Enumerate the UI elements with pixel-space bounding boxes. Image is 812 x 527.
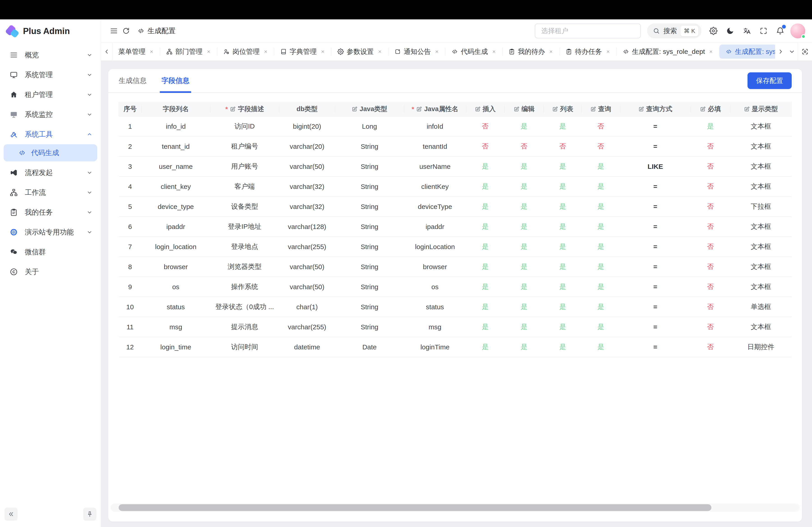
tab-代码生成[interactable]: 代码生成 — [446, 45, 502, 59]
cell-java_prop[interactable]: status — [404, 297, 466, 317]
close-tab-icon[interactable] — [263, 49, 268, 54]
sidebar-collapse-button[interactable] — [4, 508, 18, 521]
cell-display[interactable]: 文本框 — [730, 177, 792, 197]
tab-生成配置: sys_role_dept[interactable]: 生成配置: sys_role_dept — [617, 45, 719, 59]
cell-query_mode[interactable]: = — [620, 277, 691, 297]
cell-query[interactable]: 是 — [581, 177, 620, 197]
cell-edit[interactable]: 是 — [504, 337, 543, 357]
cell-desc[interactable]: 访问时间 — [210, 337, 279, 357]
cell-required[interactable]: 否 — [691, 297, 730, 317]
tab-参数设置[interactable]: 参数设置 — [331, 45, 388, 59]
cell-query_mode[interactable]: = — [620, 177, 691, 197]
content-maximize-button[interactable] — [798, 43, 812, 61]
cell-list[interactable]: 是 — [543, 116, 581, 136]
cell-display[interactable]: 文本框 — [730, 116, 792, 136]
cell-desc[interactable]: 设备类型 — [210, 197, 279, 216]
cell-display[interactable]: 日期控件 — [730, 337, 792, 357]
cell-query[interactable]: 是 — [581, 277, 620, 297]
cell-java_prop[interactable]: clientKey — [404, 177, 466, 197]
cell-java_type[interactable]: String — [335, 136, 404, 156]
cell-insert[interactable]: 是 — [466, 197, 504, 216]
cell-java_prop[interactable]: infoId — [404, 116, 466, 136]
cell-list[interactable]: 是 — [543, 277, 581, 297]
cell-query[interactable]: 是 — [581, 317, 620, 337]
cell-insert[interactable]: 是 — [466, 277, 504, 297]
cell-edit[interactable]: 是 — [504, 297, 543, 317]
cell-required[interactable]: 否 — [691, 337, 730, 357]
cell-required[interactable]: 否 — [691, 197, 730, 216]
tab-字典管理[interactable]: 字典管理 — [274, 45, 331, 59]
tenant-select-input[interactable] — [535, 24, 641, 38]
close-tab-icon[interactable] — [378, 49, 382, 54]
cell-query_mode[interactable]: = — [620, 337, 691, 357]
tab-生成配置: sys_lo[interactable]: 生成配置: sys_lo — [720, 45, 775, 59]
cell-insert[interactable]: 是 — [466, 216, 504, 237]
tab-岗位管理[interactable]: 岗位管理 — [217, 45, 274, 59]
refresh-button[interactable] — [120, 25, 132, 37]
cell-insert[interactable]: 否 — [466, 116, 504, 136]
sidebar-item-系统管理[interactable]: 系统管理 — [4, 65, 97, 85]
sidebar-item-工作流[interactable]: 工作流 — [4, 183, 97, 202]
cell-display[interactable]: 文本框 — [730, 136, 792, 156]
cell-query_mode[interactable]: = — [620, 116, 691, 136]
cell-java_prop[interactable]: tenantId — [404, 136, 466, 156]
cell-display[interactable]: 下拉框 — [730, 197, 792, 216]
cell-edit[interactable]: 是 — [504, 277, 543, 297]
cell-edit[interactable]: 否 — [504, 136, 543, 156]
language-button[interactable] — [740, 24, 754, 38]
tab-我的待办[interactable]: 我的待办 — [503, 45, 560, 59]
cell-list[interactable]: 是 — [543, 156, 581, 177]
cell-list[interactable]: 是 — [543, 197, 581, 216]
cell-edit[interactable]: 是 — [504, 156, 543, 177]
fullscreen-button[interactable] — [756, 24, 770, 38]
cell-java_prop[interactable]: ipaddr — [404, 216, 466, 237]
cell-list[interactable]: 是 — [543, 257, 581, 277]
cell-insert[interactable]: 是 — [466, 177, 504, 197]
close-tab-icon[interactable] — [606, 49, 610, 54]
cell-java_type[interactable]: String — [335, 177, 404, 197]
tabs-scroll-right-button[interactable] — [775, 43, 786, 61]
cell-java_prop[interactable]: deviceType — [404, 197, 466, 216]
cell-edit[interactable]: 是 — [504, 317, 543, 337]
cell-display[interactable]: 文本框 — [730, 216, 792, 237]
cell-java_type[interactable]: String — [335, 317, 404, 337]
cell-insert[interactable]: 是 — [466, 337, 504, 357]
sidebar-item-关于[interactable]: 关于 — [4, 262, 97, 282]
cell-insert[interactable]: 是 — [466, 257, 504, 277]
cell-query[interactable]: 是 — [581, 197, 620, 216]
cell-insert[interactable]: 是 — [466, 317, 504, 337]
cell-java_type[interactable]: Long — [335, 116, 404, 136]
cell-java_prop[interactable]: os — [404, 277, 466, 297]
cell-list[interactable]: 是 — [543, 337, 581, 357]
close-tab-icon[interactable] — [149, 49, 154, 54]
cell-desc[interactable]: 提示消息 — [210, 317, 279, 337]
user-avatar[interactable] — [791, 24, 805, 38]
cell-list[interactable]: 是 — [543, 177, 581, 197]
notifications-button[interactable] — [773, 24, 787, 38]
cell-query[interactable]: 是 — [581, 297, 620, 317]
tab-待办任务[interactable]: 待办任务 — [560, 45, 617, 59]
cell-java_prop[interactable]: loginLocation — [404, 237, 466, 257]
horizontal-scrollbar-track[interactable] — [111, 503, 800, 512]
cell-java_type[interactable]: Date — [335, 337, 404, 357]
cell-list[interactable]: 是 — [543, 237, 581, 257]
sidebar-item-租户管理[interactable]: 租户管理 — [4, 85, 97, 105]
tabs-scroll-left-button[interactable] — [101, 43, 112, 61]
tabs-list-dropdown-button[interactable] — [786, 43, 798, 61]
cell-query_mode[interactable]: = — [620, 197, 691, 216]
cell-required[interactable]: 否 — [691, 317, 730, 337]
cell-java_type[interactable]: String — [335, 237, 404, 257]
cell-required[interactable]: 否 — [691, 177, 730, 197]
sidebar-item-流程发起[interactable]: 流程发起 — [4, 163, 97, 183]
cell-edit[interactable]: 是 — [504, 257, 543, 277]
tab-通知公告[interactable]: 通知公告 — [388, 45, 445, 59]
config-tab-生成信息[interactable]: 生成信息 — [119, 69, 147, 92]
cell-java_type[interactable]: String — [335, 216, 404, 237]
cell-edit[interactable]: 是 — [504, 197, 543, 216]
cell-desc[interactable]: 登录IP地址 — [210, 216, 279, 237]
sidebar-item-系统工具[interactable]: 系统工具 — [4, 124, 97, 144]
cell-display[interactable]: 文本框 — [730, 156, 792, 177]
sidebar-item-我的任务[interactable]: 我的任务 — [4, 202, 97, 222]
cell-desc[interactable]: 用户账号 — [210, 156, 279, 177]
sidebar-pin-button[interactable] — [83, 508, 96, 521]
